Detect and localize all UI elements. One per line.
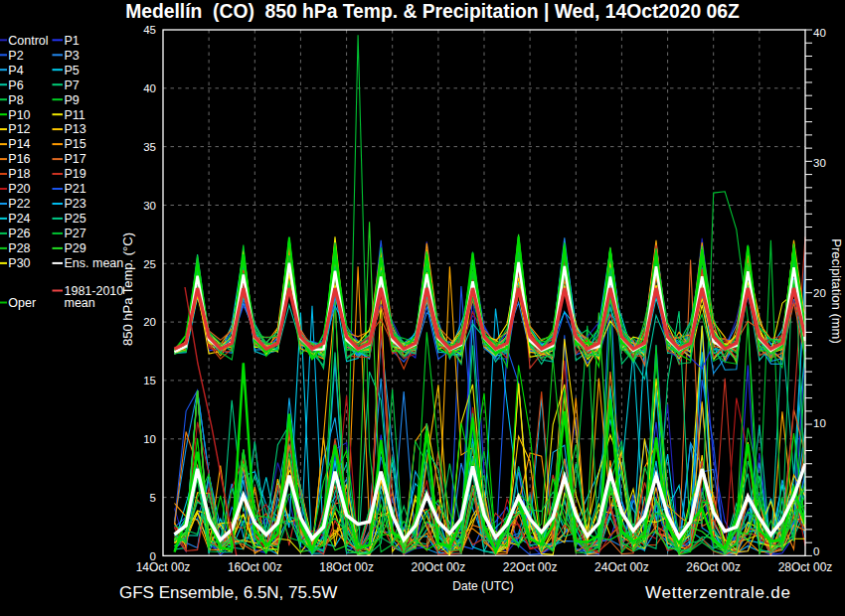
svg-text:P15: P15 bbox=[65, 137, 86, 151]
svg-text:16Oct 00z: 16Oct 00z bbox=[228, 560, 282, 574]
svg-text:Date (UTC): Date (UTC) bbox=[452, 579, 513, 593]
svg-text:mean: mean bbox=[65, 296, 95, 310]
svg-text:30: 30 bbox=[143, 200, 156, 212]
svg-text:P21: P21 bbox=[65, 182, 86, 196]
svg-text:P23: P23 bbox=[65, 197, 86, 211]
svg-text:P2: P2 bbox=[8, 49, 23, 63]
svg-text:P14: P14 bbox=[8, 137, 30, 151]
svg-text:P30: P30 bbox=[8, 256, 30, 270]
svg-text:P29: P29 bbox=[65, 241, 86, 255]
svg-text:15: 15 bbox=[143, 375, 156, 386]
svg-text:18Oct 00z: 18Oct 00z bbox=[319, 560, 374, 574]
svg-text:40: 40 bbox=[813, 27, 826, 39]
svg-text:GFS Ensemble, 6.5N, 75.5W: GFS Ensemble, 6.5N, 75.5W bbox=[119, 583, 337, 602]
svg-text:P10: P10 bbox=[8, 108, 30, 122]
svg-text:P28: P28 bbox=[8, 241, 30, 255]
svg-text:22Oct 00z: 22Oct 00z bbox=[503, 560, 558, 574]
svg-text:P20: P20 bbox=[8, 182, 30, 196]
svg-text:25: 25 bbox=[143, 258, 156, 270]
svg-text:20: 20 bbox=[143, 316, 156, 328]
svg-text:P16: P16 bbox=[8, 152, 30, 166]
svg-text:Precipitation (mm): Precipitation (mm) bbox=[829, 238, 844, 343]
svg-text:Control: Control bbox=[8, 34, 48, 48]
svg-text:P8: P8 bbox=[8, 93, 23, 107]
svg-text:P6: P6 bbox=[8, 78, 23, 92]
svg-text:P5: P5 bbox=[65, 64, 80, 77]
svg-text:P1: P1 bbox=[65, 34, 80, 48]
svg-text:P25: P25 bbox=[65, 212, 86, 226]
svg-text:28Oct 00z: 28Oct 00z bbox=[778, 560, 833, 574]
svg-text:P4: P4 bbox=[8, 64, 23, 77]
svg-text:5: 5 bbox=[150, 492, 156, 504]
svg-text:P24: P24 bbox=[8, 212, 30, 226]
svg-text:P11: P11 bbox=[65, 108, 85, 122]
svg-text:P12: P12 bbox=[8, 122, 30, 136]
svg-text:24Oct 00z: 24Oct 00z bbox=[594, 560, 649, 574]
svg-text:26Oct 00z: 26Oct 00z bbox=[686, 560, 741, 574]
svg-text:P22: P22 bbox=[8, 197, 30, 211]
svg-text:P19: P19 bbox=[65, 167, 86, 181]
svg-text:P17: P17 bbox=[65, 152, 86, 166]
svg-text:20Oct 00z: 20Oct 00z bbox=[412, 560, 466, 574]
svg-text:Medellín (CO) 850 hPa Temp.: Medellín (CO) 850 hPa Temp. & Precipitat… bbox=[125, 1, 740, 22]
svg-text:P3: P3 bbox=[65, 49, 80, 63]
svg-text:10: 10 bbox=[143, 433, 156, 445]
svg-text:Oper: Oper bbox=[8, 296, 36, 310]
svg-text:14Oct 00z: 14Oct 00z bbox=[136, 560, 191, 574]
svg-text:40: 40 bbox=[143, 82, 156, 94]
svg-text:Ens. mean: Ens. mean bbox=[65, 256, 124, 270]
svg-text:P27: P27 bbox=[65, 227, 86, 240]
svg-text:P13: P13 bbox=[65, 122, 86, 136]
svg-text:20: 20 bbox=[813, 287, 826, 299]
svg-text:30: 30 bbox=[813, 157, 826, 169]
svg-text:45: 45 bbox=[143, 24, 156, 36]
svg-text:P18: P18 bbox=[8, 167, 30, 181]
svg-text:P9: P9 bbox=[65, 93, 80, 107]
svg-text:Wetterzentrale.de: Wetterzentrale.de bbox=[645, 583, 791, 602]
svg-text:0: 0 bbox=[813, 545, 819, 557]
svg-text:P7: P7 bbox=[65, 78, 80, 92]
svg-text:35: 35 bbox=[143, 141, 156, 153]
svg-text:P26: P26 bbox=[8, 227, 30, 240]
svg-text:10: 10 bbox=[813, 417, 826, 429]
